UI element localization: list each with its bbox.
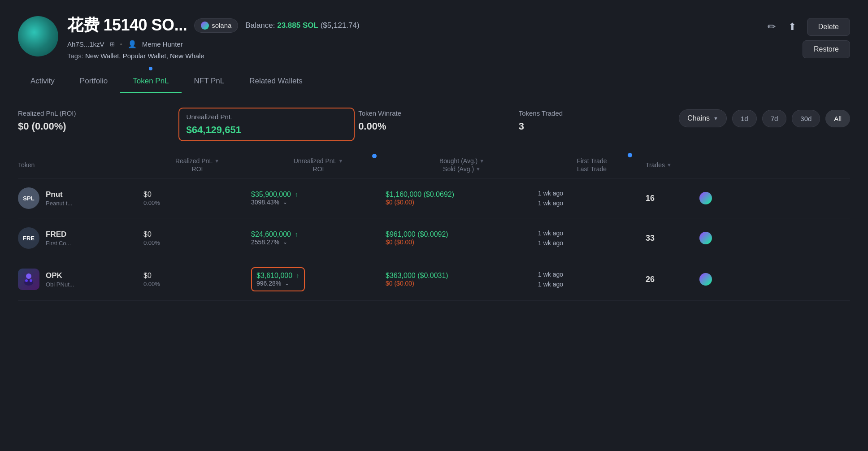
tab-token-pnl[interactable]: Token PnL [120,70,181,93]
token-logo-pnut: SPL [18,187,39,209]
token-cell-opk: OPK Obi PNut... [18,269,143,290]
arrow-up-icon: ↑ [295,231,298,238]
trades-fred: 33 [646,234,699,243]
first-last-opk: 1 wk ago 1 wk ago [538,269,646,290]
header-title-row: 花费 15140 SO... solana Balance: 23.885 SO… [67,14,360,36]
sort-icon-3[interactable]: ▼ [479,158,484,164]
edit-button[interactable]: ✏ [766,19,777,35]
tokens-traded-block: Tokens Traded 3 [519,108,679,134]
arrow-up-icon: ↑ [296,272,299,279]
tokens-traded-label: Tokens Traded [519,109,679,117]
page-header: 花费 15140 SO... solana Balance: 23.885 SO… [18,14,850,60]
realized-pnl-fred: $0 0.00% [143,230,251,246]
unrealized-indicator [372,154,377,158]
bought-sold-pnut: $1,160,000 ($0.0692) $0 ($0.00) [386,191,538,206]
time-30d-button[interactable]: 30d [792,110,820,127]
token-winrate-label: Token Winrate [358,109,519,117]
chain-icon-fred [699,232,726,244]
realized-pnl-label: Realized PnL (ROI) [18,109,178,117]
first-last-pnut: 1 wk ago 1 wk ago [538,188,646,208]
realized-pnl-pnut: $0 0.00% [143,191,251,206]
token-info-pnut: Pnut Peanut t... [46,190,72,207]
token-name-fred: FRED [46,230,71,239]
header-right: ✏ ⬆ Delete Restore [766,18,850,58]
copy-icon[interactable]: ⊞ [110,41,115,48]
share-button[interactable]: ⬆ [786,19,798,35]
unrealized-pnl-value: $64,129,651 [187,124,347,136]
token-logo-opk [18,269,39,290]
group-label: Meme Hunter [142,40,183,48]
solana-chain-icon [699,232,712,244]
bought-sold-fred: $961,000 ($0.0092) $0 ($0.00) [386,230,538,246]
time-1d-button[interactable]: 1d [732,110,757,127]
chains-dropdown[interactable]: Chains ▼ [679,109,727,127]
tab-active-indicator [149,67,152,70]
svg-point-3 [30,279,32,282]
realized-pnl-opk: $0 0.00% [143,272,251,287]
chevron-down-icon: ▼ [713,116,718,121]
tabs-container: Activity Portfolio Token PnL NFT PnL Rel… [18,70,850,93]
trades-pnut: 16 [646,194,699,203]
solana-chain-icon [699,273,712,286]
table-header: Token Realized PnL ▼ ROI Unrealized PnL … [18,154,850,178]
header-sub-row: Ah7S...1kzV ⊞ • 👤 Meme Hunter [67,40,360,48]
token-cell-pnut: SPL Pnut Peanut t... [18,187,143,209]
col-first-last: First Trade Last Trade [538,157,646,173]
first-last-fred: 1 wk ago 1 wk ago [538,228,646,248]
svg-point-0 [26,273,31,279]
chevron-down-icon: ⌄ [283,199,287,205]
solana-icon [201,22,209,30]
solana-chain-icon [699,192,712,204]
group-icon: 👤 [128,40,137,48]
header-info: 花费 15140 SO... solana Balance: 23.885 SO… [67,14,360,60]
chain-badge[interactable]: solana [194,18,238,33]
tab-nft-pnl[interactable]: NFT PnL [182,70,237,93]
opk-logo-img [18,269,39,290]
bought-sold-opk: $363,000 ($0.0031) $0 ($0.00) [386,272,538,287]
stat-controls: Chains ▼ 1d 7d 30d All [679,108,850,127]
tabs: Activity Portfolio Token PnL NFT PnL Rel… [18,70,850,93]
wallet-name: 花费 15140 SO... [67,14,187,36]
balance-sol: 23.885 SOL [277,21,318,30]
col-chain [699,157,726,173]
token-winrate-value: 0.00% [358,121,519,132]
restore-button[interactable]: Restore [803,40,850,58]
table-row: OPK Obi PNut... $0 0.00% $3,610,000 ↑ 99… [18,258,850,301]
token-logo-fred: FRE [18,227,39,249]
header-left: 花费 15140 SO... solana Balance: 23.885 SO… [18,14,360,60]
tags-value: New Wallet, Popular Wallet, New Whale [85,52,204,60]
time-7d-button[interactable]: 7d [762,110,787,127]
col-token: Token [18,157,143,173]
tags-label: Tags: [67,52,83,60]
tab-activity[interactable]: Activity [18,70,67,93]
time-all-button[interactable]: All [825,110,850,127]
tab-portfolio[interactable]: Portfolio [67,70,120,93]
unrealized-pnl-block: Unrealized PnL $64,129,651 [178,108,355,141]
sort-icon-5[interactable]: ▼ [667,162,672,168]
wallet-address: Ah7S...1kzV [67,40,104,48]
trades-opk: 26 [646,275,699,284]
unrealized-highlight-box: $3,610,000 ↑ 996.28%⌄ [251,267,305,291]
svg-point-2 [25,279,28,282]
tab-related-wallets[interactable]: Related Wallets [237,70,315,93]
sort-icon-4[interactable]: ▼ [476,166,481,172]
table-row: FRE FRED First Co... $0 0.00% $24,600,00… [18,218,850,258]
realized-pnl-value: $0 (0.00%) [18,121,178,132]
header-actions: ✏ ⬆ Delete [766,18,850,36]
table-row: SPL Pnut Peanut t... $0 0.00% $35,900,00… [18,178,850,218]
sort-icon[interactable]: ▼ [214,158,219,164]
realized-pnl-block: Realized PnL (ROI) $0 (0.00%) [18,108,178,134]
col-realized-pnl: Realized PnL ▼ ROI [143,157,251,173]
col-unrealized-pnl: Unrealized PnL ▼ ROI [251,157,386,173]
chain-label: solana [212,22,231,29]
col-trades: Trades ▼ [646,157,699,173]
arrow-up-icon: ↑ [295,191,298,198]
balance-usd: ($5,121.74) [321,21,360,30]
token-fullname-pnut: Peanut t... [46,200,72,207]
token-name-pnut: Pnut [46,190,72,199]
tags-row: Tags: New Wallet, Popular Wallet, New Wh… [67,52,360,60]
delete-button[interactable]: Delete [807,18,850,36]
tokens-traded-value: 3 [519,121,679,132]
token-winrate-block: Token Winrate 0.00% [358,108,519,134]
sort-icon-2[interactable]: ▼ [338,158,343,164]
